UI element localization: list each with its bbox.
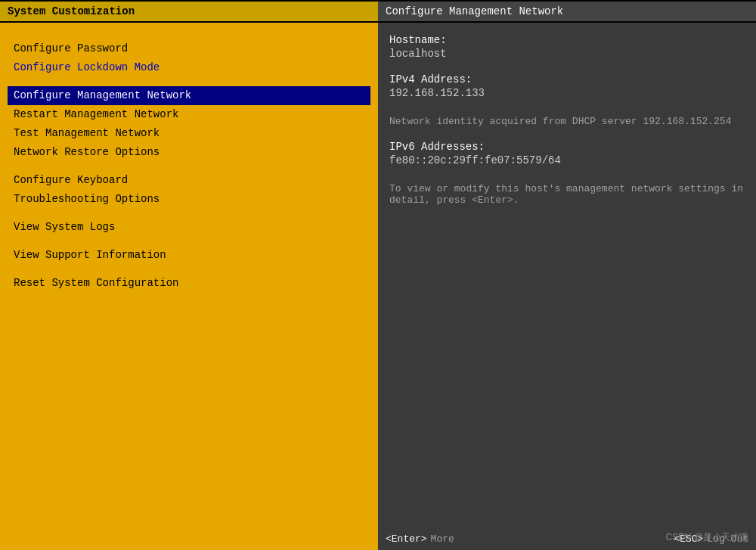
ipv4-label: IPv4 Address:	[389, 73, 745, 85]
main-content: Configure Password Configure Lockdown Mo…	[0, 23, 756, 527]
enter-key[interactable]: <Enter>	[386, 533, 427, 545]
enter-label: More	[431, 533, 454, 545]
ipv6-label: IPv6 Addresses:	[389, 141, 745, 153]
menu-item-restart-management-network[interactable]: Restart Management Network	[8, 105, 370, 124]
menu-item-view-system-logs[interactable]: View System Logs	[8, 218, 370, 237]
watermark: CSDN @是小天才哦	[665, 531, 748, 544]
hostname-label: Hostname:	[389, 34, 745, 46]
right-panel: Hostname: localhost IPv4 Address: 192.16…	[378, 23, 756, 527]
hostname-section: Hostname: localhost	[389, 34, 745, 60]
menu-item-network-restore-options[interactable]: Network Restore Options	[8, 143, 370, 162]
ipv4-section: IPv4 Address: 192.168.152.133	[389, 73, 745, 99]
menu-item-troubleshooting-options[interactable]: Troubleshooting Options	[8, 190, 370, 209]
bottom-bar: <Enter> More <ESC> Log Out	[0, 527, 756, 550]
screen: System Customization Configure Managemen…	[0, 0, 756, 550]
menu-item-configure-management-network[interactable]: Configure Management Network	[8, 86, 370, 105]
hostname-value: localhost	[389, 48, 745, 60]
help-section: To view or modify this host's management…	[389, 180, 745, 206]
network-identity-section: Network identity acquired from DHCP serv…	[389, 113, 745, 127]
title-right: Configure Management Network	[378, 2, 756, 21]
menu-item-reset-system-configuration[interactable]: Reset System Configuration	[8, 274, 370, 293]
menu-item-configure-keyboard[interactable]: Configure Keyboard	[8, 171, 370, 190]
enter-more-section: <Enter> More	[386, 533, 454, 545]
network-identity-note: Network identity acquired from DHCP serv…	[389, 116, 745, 127]
ipv6-value: fe80::20c:29ff:fe07:5579/64	[389, 154, 745, 166]
menu-item-configure-password[interactable]: Configure Password	[8, 39, 370, 58]
menu-item-configure-lockdown[interactable]: Configure Lockdown Mode	[8, 58, 370, 77]
bottom-left	[0, 527, 378, 550]
menu-item-test-management-network[interactable]: Test Management Network	[8, 124, 370, 143]
menu-item-view-support-information[interactable]: View Support Information	[8, 246, 370, 265]
title-bar: System Customization Configure Managemen…	[0, 0, 756, 23]
ipv6-section: IPv6 Addresses: fe80::20c:29ff:fe07:5579…	[389, 141, 745, 166]
help-text: To view or modify this host's management…	[389, 183, 745, 206]
left-panel: Configure Password Configure Lockdown Mo…	[0, 23, 378, 527]
title-left: System Customization	[0, 2, 378, 21]
ipv4-value: 192.168.152.133	[389, 87, 745, 99]
